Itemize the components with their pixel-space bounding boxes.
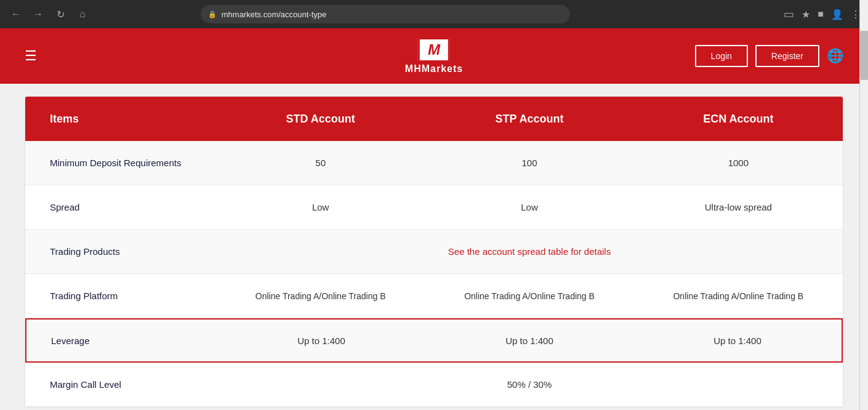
extensions-icon[interactable]: ■ [818, 9, 824, 20]
header-items: Items [25, 97, 216, 141]
ecn-value: Ultra-low spread [705, 202, 772, 212]
logo-name: MHMarkets [405, 63, 463, 74]
header-ecn: ECN Account [634, 97, 843, 141]
std-value: Low [312, 202, 329, 212]
header-right: Login Register 🌐 [695, 45, 843, 67]
table-row: Spread Low Low Ultra-low spread [25, 185, 843, 230]
item-label: Margin Call Level [50, 379, 121, 390]
table-row: Margin Call Level 50% / 30% [25, 363, 843, 407]
row-std: 50 [216, 141, 425, 185]
browser-actions: ▭ ★ ■ 👤 ⋮ [784, 7, 861, 21]
std-value: Online Trading A/Online Trading B [255, 291, 386, 301]
cast-icon[interactable]: ▭ [784, 7, 794, 21]
login-button[interactable]: Login [695, 45, 748, 67]
table-row: Trading Platform Online Trading A/Online… [25, 274, 843, 318]
stp-value: Up to 1:400 [505, 336, 553, 346]
stp-value: Online Trading A/Online Trading B [464, 291, 595, 301]
row-ecn: Online Trading A/Online Trading B [634, 274, 843, 318]
back-button[interactable]: ← [7, 6, 25, 23]
item-label: Leverage [51, 336, 90, 346]
hamburger-menu[interactable]: ☰ [25, 48, 37, 64]
register-button[interactable]: Register [755, 45, 819, 67]
globe-icon: 🌐 [827, 48, 843, 63]
forward-button[interactable]: → [30, 6, 47, 23]
row-ecn: Up to 1:400 [633, 320, 842, 361]
row-std: Low [216, 185, 425, 229]
logo-letter: M [428, 41, 440, 58]
row-item: Spread [25, 185, 216, 229]
row-stp: Low [425, 185, 633, 229]
scrollbar[interactable] [859, 0, 868, 410]
item-label: Spread [50, 202, 79, 212]
header-std: STD Account [216, 97, 425, 141]
account-table: Items STD Account STP Account ECN Accoun… [25, 96, 843, 408]
row-std: Up to 1:400 [217, 320, 425, 361]
row-span-value[interactable]: See the account spread table for details [216, 230, 843, 273]
item-label: Minimum Deposit Requirements [50, 158, 181, 168]
row-item: Leverage [26, 320, 217, 361]
std-value: 50 [315, 158, 326, 168]
language-button[interactable]: 🌐 [827, 48, 843, 64]
item-label: Trading Products [50, 246, 120, 257]
row-stp: Up to 1:400 [425, 320, 633, 361]
item-label: Trading Platform [50, 291, 118, 301]
row-stp: 50% / 30% [425, 363, 633, 406]
ecn-value: 1000 [728, 158, 749, 168]
ecn-value: Online Trading A/Online Trading B [673, 291, 803, 301]
site-header: ☰ M MHMarkets Login Register 🌐 [0, 28, 868, 84]
logo-container: M MHMarkets [405, 38, 463, 74]
row-item: Trading Products [25, 230, 216, 273]
row-stp: 100 [425, 141, 633, 185]
row-item: Trading Platform [25, 274, 216, 318]
hamburger-icon: ☰ [25, 48, 37, 63]
bookmark-icon[interactable]: ★ [802, 9, 810, 20]
row-item: Minimum Deposit Requirements [25, 141, 216, 185]
row-item: Margin Call Level [25, 363, 216, 406]
browser-chrome: ← → ↻ ⌂ 🔒 mhmarkets.com/account-type ▭ ★… [0, 0, 868, 28]
lock-icon: 🔒 [208, 10, 217, 18]
stp-value: 50% / 30% [507, 379, 552, 390]
main-content: Items STD Account STP Account ECN Accoun… [0, 84, 868, 410]
header-stp: STP Account [425, 97, 633, 141]
row-std [216, 363, 425, 406]
stp-value: 100 [521, 158, 537, 168]
row-ecn: 1000 [634, 141, 843, 185]
row-std: Online Trading A/Online Trading B [216, 274, 425, 318]
row-stp: Online Trading A/Online Trading B [425, 274, 633, 318]
table-row: Trading Products See the account spread … [25, 230, 843, 274]
table-header: Items STD Account STP Account ECN Accoun… [25, 97, 843, 141]
row-ecn: Ultra-low spread [634, 185, 843, 229]
table-row: Minimum Deposit Requirements 50 100 1000 [25, 141, 843, 185]
stp-value: Low [521, 202, 538, 212]
logo-box: M [418, 38, 450, 62]
std-value: Up to 1:400 [297, 336, 345, 346]
ecn-value: Up to 1:400 [713, 336, 762, 346]
home-button[interactable]: ⌂ [74, 6, 91, 23]
url-text: mhmarkets.com/account-type [222, 10, 327, 19]
scrollbar-thumb[interactable] [860, 31, 868, 80]
refresh-button[interactable]: ↻ [52, 6, 69, 23]
row-ecn [634, 363, 843, 406]
profile-icon[interactable]: 👤 [831, 9, 843, 20]
table-row-leverage: Leverage Up to 1:400 Up to 1:400 Up to 1… [25, 318, 843, 363]
address-bar[interactable]: 🔒 mhmarkets.com/account-type [201, 5, 570, 23]
